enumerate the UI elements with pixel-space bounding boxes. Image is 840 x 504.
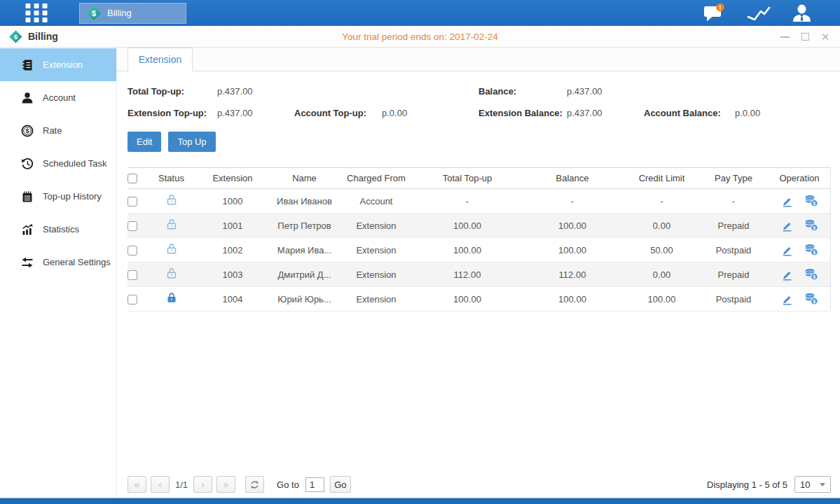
column-status: Status (149, 168, 194, 189)
close-icon[interactable]: ✕ (819, 31, 832, 43)
svg-text:$: $ (813, 225, 815, 231)
cell-balance: 100.00 (520, 214, 625, 238)
column-charged-from: Charged From (338, 168, 415, 189)
sidebar-item-label: Statistics (43, 224, 79, 234)
sidebar-item-extension[interactable]: Extension (0, 48, 116, 81)
cell-pay-type: Prepaid (698, 214, 769, 238)
table-row: 1001 Петр Петров Extension 100.00 100.00… (128, 214, 830, 238)
page-size-select[interactable]: 10 (794, 476, 831, 493)
topup-coins-icon[interactable]: $ (804, 244, 818, 256)
topup-coins-icon[interactable]: $ (804, 268, 818, 281)
cell-credit-limit: 100.00 (625, 287, 698, 312)
next-page-button[interactable]: › (193, 476, 212, 493)
sidebar-item-statistics[interactable]: Statistics (0, 213, 116, 246)
topup-coins-icon[interactable]: $ (804, 195, 818, 207)
tab-extension[interactable]: Extension (128, 48, 193, 71)
go-button[interactable]: Go (330, 476, 351, 493)
dollar-coin-icon: $ (21, 125, 34, 137)
column-balance: Balance (520, 168, 625, 189)
row-checkbox[interactable] (128, 295, 137, 304)
table-header-row: Status Extension Name Charged From Total… (128, 168, 830, 189)
apps-grid-icon[interactable] (23, 4, 50, 22)
cell-name: Юрий Юрь... (271, 287, 338, 312)
svg-text:!: ! (719, 4, 722, 11)
edit-button[interactable]: Edit (128, 132, 161, 152)
total-topup-value: p.437.00 (217, 86, 253, 97)
row-checkbox[interactable] (128, 221, 137, 231)
edit-pencil-icon[interactable] (781, 220, 793, 232)
goto-label: Go to (277, 479, 299, 490)
toolbar: Edit Top Up (117, 120, 840, 152)
sidebar-item-label: Account (43, 92, 76, 103)
refresh-button[interactable] (245, 476, 264, 493)
maximize-icon[interactable] (799, 31, 811, 43)
page-indicator: 1/1 (175, 479, 188, 490)
edit-pencil-icon[interactable] (781, 244, 793, 256)
column-operation: Operation (769, 168, 830, 189)
first-page-button[interactable]: « (128, 476, 146, 493)
topup-coins-icon[interactable]: $ (804, 219, 818, 232)
unlocked-icon (166, 246, 177, 257)
user-account-icon[interactable] (792, 4, 812, 22)
topup-coins-icon[interactable]: $ (804, 293, 818, 305)
topup-button[interactable]: Top Up (168, 132, 215, 152)
svg-text:$: $ (25, 127, 29, 134)
row-checkbox[interactable] (128, 270, 137, 280)
taskbar: $ Billing ! (0, 0, 840, 26)
sidebar-item-scheduled-task[interactable]: Scheduled Task (0, 147, 116, 180)
edit-pencil-icon[interactable] (781, 195, 793, 207)
sidebar: Extension Account $ (0, 48, 117, 498)
minimize-icon[interactable] (778, 31, 791, 43)
column-total-topup: Total Top-up (415, 168, 520, 189)
account-topup-label: Account Top-up: (294, 108, 382, 118)
last-page-button[interactable]: » (216, 476, 235, 493)
extension-topup-value: p.437.00 (217, 108, 294, 118)
cell-charged-from: Extension (338, 214, 415, 238)
cell-name: Петр Петров (271, 214, 338, 238)
chevron-down-icon (820, 483, 825, 486)
row-checkbox[interactable] (128, 197, 137, 206)
history-clock-icon (21, 158, 34, 170)
column-credit-limit: Credit Limit (625, 168, 698, 189)
taskbar-tab-label: Billing (107, 8, 132, 18)
goto-page-input[interactable] (305, 477, 324, 492)
transfer-arrows-icon (21, 256, 34, 269)
cell-total-topup: - (415, 189, 520, 214)
select-all-checkbox[interactable] (128, 174, 137, 183)
billing-window: $ Billing Your trial period ends on: 201… (0, 26, 840, 498)
svg-text:$: $ (813, 201, 815, 206)
sidebar-item-label: Extension (43, 59, 83, 70)
extension-balance-label: Extension Balance: (478, 108, 567, 118)
edit-pencil-icon[interactable] (781, 293, 793, 305)
prev-page-button[interactable]: ‹ (151, 476, 170, 493)
taskbar-tab-billing[interactable]: $ Billing (79, 3, 186, 24)
cell-name: Мария Ива... (271, 238, 338, 262)
cell-credit-limit: 0.00 (625, 214, 698, 238)
sidebar-item-rate[interactable]: $ Rate (0, 114, 116, 147)
cell-extension: 1003 (194, 262, 271, 287)
locked-icon (166, 295, 177, 306)
ledger-icon (21, 59, 34, 71)
cell-total-topup: 100.00 (415, 238, 520, 262)
person-icon (21, 92, 34, 104)
window-titlebar: $ Billing Your trial period ends on: 201… (0, 26, 840, 48)
svg-text:$: $ (813, 274, 815, 280)
svg-text:$: $ (813, 250, 815, 255)
sidebar-item-topup-history[interactable]: Top-up History (0, 180, 116, 213)
table-row: 1003 Дмитрий Д... Extension 112.00 112.0… (128, 262, 830, 287)
statistics-chart-icon[interactable] (747, 5, 771, 22)
edit-pencil-icon[interactable] (781, 269, 793, 281)
account-topup-value: p.0.00 (382, 108, 407, 118)
table-row: 1002 Мария Ива... Extension 100.00 100.0… (128, 238, 830, 262)
notifications-icon[interactable]: ! (703, 3, 726, 23)
sidebar-item-general-settings[interactable]: General Settings (0, 246, 116, 279)
account-balance-label: Account Balance: (644, 108, 735, 118)
unlocked-icon (166, 271, 177, 281)
extension-table: Status Extension Name Charged From Total… (128, 167, 831, 312)
cell-extension: 1002 (194, 238, 271, 262)
cell-balance: 100.00 (520, 287, 625, 312)
column-extension: Extension (194, 168, 271, 189)
unlocked-icon (166, 222, 177, 232)
sidebar-item-account[interactable]: Account (0, 81, 116, 114)
row-checkbox[interactable] (128, 246, 137, 255)
